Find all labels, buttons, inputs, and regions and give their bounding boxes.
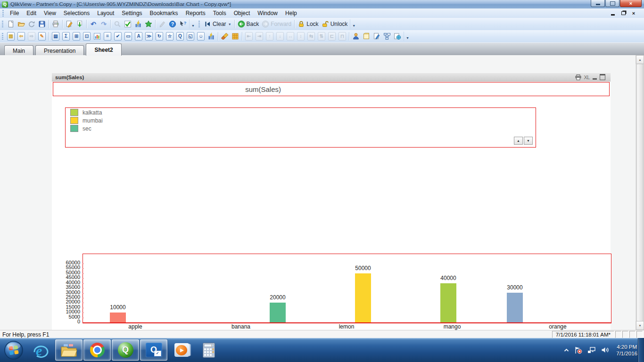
x-label-mango[interactable]: mango xyxy=(431,323,473,330)
create-button-button[interactable]: ▭ xyxy=(123,32,133,41)
action-center-button[interactable] xyxy=(574,346,582,354)
menu-edit[interactable]: Edit xyxy=(23,9,40,17)
create-slider-object-button[interactable]: ≫ xyxy=(144,32,154,41)
redo-button[interactable]: ↷ xyxy=(99,19,109,29)
back-button[interactable]: Back xyxy=(236,19,261,29)
bar-orange[interactable] xyxy=(507,293,523,322)
menu-selections[interactable]: Selections xyxy=(60,9,93,17)
create-text-object-button[interactable]: A xyxy=(133,32,144,41)
legend-scroll-down-button[interactable]: ▼ xyxy=(524,137,533,145)
object-maximize-button[interactable] xyxy=(600,74,605,80)
network-button[interactable] xyxy=(587,346,596,354)
menu-layout[interactable]: Layout xyxy=(93,9,118,17)
adjust-left-button[interactable]: ⊏ xyxy=(327,32,337,41)
create-gauge-button[interactable]: ☺ xyxy=(196,32,206,41)
create-statistics-box-button[interactable]: Σ xyxy=(61,32,71,41)
create-list-box-button[interactable]: ▤ xyxy=(50,32,61,41)
menu-reports[interactable]: Reports xyxy=(182,9,209,17)
unlock-button[interactable]: Unlock xyxy=(320,19,349,29)
undo-button[interactable]: ↶ xyxy=(88,19,99,29)
add-sheet-button[interactable]: ▧ xyxy=(6,32,16,41)
quick-chart-wizard-button[interactable] xyxy=(133,19,143,29)
tab-sheet2[interactable]: Sheet2 xyxy=(86,43,121,56)
chart-window[interactable]: sum(Sales) XL sum(Sales) kalkattamumbais… xyxy=(52,73,611,330)
taskbar-windows-explorer-button[interactable] xyxy=(55,339,83,361)
bar-mango[interactable] xyxy=(440,283,456,322)
legend-item-sec[interactable]: sec xyxy=(70,125,536,132)
scrollbar-thumb[interactable] xyxy=(636,64,644,321)
menu-bookmarks[interactable]: Bookmarks xyxy=(146,9,182,17)
maximize-button[interactable] xyxy=(605,0,619,7)
create-table-box-button[interactable]: ⊞ xyxy=(71,32,82,41)
lock-button[interactable]: Lock xyxy=(296,19,320,29)
sheet-vertical-scrollbar[interactable]: ▲ ▼ xyxy=(636,55,644,330)
print-button[interactable] xyxy=(50,19,61,29)
menu-file[interactable]: File xyxy=(6,9,23,17)
chart-wizard-button[interactable] xyxy=(206,32,216,41)
bar-lemon[interactable] xyxy=(355,273,371,322)
refresh-button[interactable] xyxy=(26,19,37,29)
mdi-minimize-button[interactable] xyxy=(610,10,616,16)
scroll-down-button[interactable]: ▼ xyxy=(636,321,644,330)
new-note-button[interactable] xyxy=(361,32,372,41)
user-preferences-button[interactable] xyxy=(351,32,361,41)
taskbar-internet-explorer-button[interactable]: e xyxy=(28,340,54,360)
toolbar-overflow-button[interactable]: ▼ xyxy=(404,32,411,41)
toolbar-overflow-button[interactable]: ▼ xyxy=(189,19,197,29)
bar-apple[interactable] xyxy=(110,313,126,322)
legend-item-kalkatta[interactable]: kalkatta xyxy=(70,109,536,116)
close-button[interactable]: × xyxy=(620,0,642,7)
x-label-lemon[interactable]: lemon xyxy=(325,323,368,330)
tab-main[interactable]: Main xyxy=(4,45,33,56)
tab-presentation[interactable]: Presentation xyxy=(35,45,84,56)
send-to-excel-button[interactable]: XL xyxy=(584,74,590,80)
start-button[interactable] xyxy=(0,338,27,362)
create-custom-object-button[interactable]: ↻ xyxy=(154,32,165,41)
object-minimize-button[interactable] xyxy=(593,74,597,80)
edit-module-button[interactable] xyxy=(372,32,382,41)
taskbar-clock[interactable]: 4:20 PM 7/1/2016 xyxy=(616,344,637,357)
center-horizontally-button[interactable]: ↔ xyxy=(285,32,296,41)
x-label-orange[interactable]: orange xyxy=(537,323,579,330)
help-button[interactable]: ? xyxy=(167,19,178,29)
taskbar-chrome-button[interactable] xyxy=(83,339,111,361)
chart-window-caption[interactable]: sum(Sales) XL xyxy=(52,73,611,82)
taskbar-calculator-button[interactable]: 0 xyxy=(196,340,222,360)
menu-help[interactable]: Help xyxy=(281,9,301,17)
adjust-top-button[interactable]: ⊓ xyxy=(337,32,347,41)
align-top-button[interactable]: ↑ xyxy=(264,32,275,41)
align-right-button[interactable]: ⇥ xyxy=(254,32,264,41)
zoom-button[interactable] xyxy=(112,19,123,29)
minimize-button[interactable] xyxy=(591,0,605,7)
clear-button[interactable]: Clear▼ xyxy=(202,19,233,29)
menu-object[interactable]: Object xyxy=(230,9,254,17)
create-input-box-button[interactable]: ⊡ xyxy=(82,32,92,41)
sheet-properties-button[interactable]: ✎ xyxy=(37,32,47,41)
taskbar-media-player-button[interactable]: ▶ xyxy=(168,340,195,360)
legend-scroll-up-button[interactable]: ▲ xyxy=(514,137,523,145)
space-vertically-button[interactable]: ⇅ xyxy=(316,32,327,41)
center-vertically-button[interactable]: ↕ xyxy=(296,32,306,41)
format-painter-button[interactable] xyxy=(220,32,230,41)
taskbar-qlikview-button[interactable]: Q xyxy=(112,339,139,361)
space-horizontally-button[interactable]: ⇆ xyxy=(306,32,316,41)
align-bottom-button[interactable]: ↓ xyxy=(275,32,285,41)
chart-plot-area[interactable]: 1000020000500004000030000 xyxy=(83,254,611,323)
new-document-button[interactable] xyxy=(6,19,16,29)
create-chart-button[interactable] xyxy=(92,32,102,41)
table-viewer-button[interactable] xyxy=(382,32,392,41)
hidden-icons-button[interactable] xyxy=(564,348,569,352)
x-label-banana[interactable]: banana xyxy=(220,323,262,330)
align-left-button[interactable]: ⇤ xyxy=(244,32,254,41)
show-desktop-button[interactable] xyxy=(638,338,644,362)
print-button[interactable] xyxy=(575,74,581,80)
design-grid-button[interactable] xyxy=(230,32,240,41)
bar-banana[interactable] xyxy=(270,303,286,322)
create-search-object-button[interactable]: Q xyxy=(175,32,185,41)
mdi-close-button[interactable]: × xyxy=(631,10,636,16)
add-bookmark-button[interactable] xyxy=(143,19,154,29)
menu-settings[interactable]: Settings xyxy=(118,9,146,17)
create-current-selections-box-button[interactable]: ✔ xyxy=(113,32,123,41)
taskbar-outlook-button[interactable]: O✓ xyxy=(140,339,167,361)
edit-script-button[interactable] xyxy=(64,19,74,29)
